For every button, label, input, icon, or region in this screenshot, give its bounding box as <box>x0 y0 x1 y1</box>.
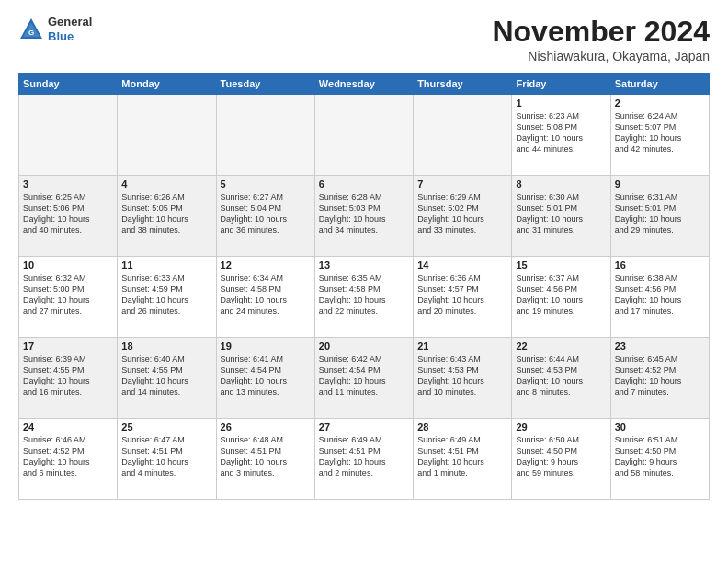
cell-text: Sunrise: 6:38 AM Sunset: 4:56 PM Dayligh… <box>615 272 705 317</box>
day-number: 27 <box>319 421 409 432</box>
svg-text:G: G <box>28 29 34 37</box>
calendar-week-row: 3Sunrise: 6:25 AM Sunset: 5:06 PM Daylig… <box>19 176 710 257</box>
calendar-cell <box>118 95 216 176</box>
calendar-cell: 5Sunrise: 6:27 AM Sunset: 5:04 PM Daylig… <box>216 176 314 257</box>
calendar-cell: 10Sunrise: 6:32 AM Sunset: 5:00 PM Dayli… <box>19 257 118 338</box>
calendar-cell: 18Sunrise: 6:40 AM Sunset: 4:55 PM Dayli… <box>118 338 216 419</box>
day-number: 20 <box>319 340 409 351</box>
cell-text: Sunrise: 6:51 AM Sunset: 4:50 PM Dayligh… <box>615 434 705 479</box>
calendar-cell: 25Sunrise: 6:47 AM Sunset: 4:51 PM Dayli… <box>118 419 216 500</box>
calendar-cell: 24Sunrise: 6:46 AM Sunset: 4:52 PM Dayli… <box>19 419 118 500</box>
cell-text: Sunrise: 6:36 AM Sunset: 4:57 PM Dayligh… <box>417 272 507 317</box>
day-number: 19 <box>221 340 311 351</box>
calendar-cell: 4Sunrise: 6:26 AM Sunset: 5:05 PM Daylig… <box>118 176 216 257</box>
day-number: 5 <box>221 178 311 190</box>
day-number: 17 <box>23 340 113 351</box>
calendar-cell: 2Sunrise: 6:24 AM Sunset: 5:07 PM Daylig… <box>610 95 709 176</box>
cell-text: Sunrise: 6:28 AM Sunset: 5:03 PM Dayligh… <box>319 191 409 236</box>
cell-text: Sunrise: 6:43 AM Sunset: 4:53 PM Dayligh… <box>417 353 507 398</box>
cell-text: Sunrise: 6:49 AM Sunset: 4:51 PM Dayligh… <box>319 434 409 479</box>
calendar-cell: 8Sunrise: 6:30 AM Sunset: 5:01 PM Daylig… <box>512 176 610 257</box>
calendar-cell <box>314 95 413 176</box>
calendar: SundayMondayTuesdayWednesdayThursdayFrid… <box>18 73 710 500</box>
calendar-cell: 15Sunrise: 6:37 AM Sunset: 4:56 PM Dayli… <box>512 257 610 338</box>
calendar-cell: 21Sunrise: 6:43 AM Sunset: 4:53 PM Dayli… <box>414 338 512 419</box>
day-number: 28 <box>417 421 507 432</box>
cell-text: Sunrise: 6:39 AM Sunset: 4:55 PM Dayligh… <box>23 353 113 398</box>
weekday-header: Friday <box>512 74 610 95</box>
title-block: November 2024 Nishiawakura, Okayama, Jap… <box>492 15 710 63</box>
cell-text: Sunrise: 6:27 AM Sunset: 5:04 PM Dayligh… <box>221 191 311 236</box>
weekday-header: Sunday <box>19 74 118 95</box>
cell-text: Sunrise: 6:35 AM Sunset: 4:58 PM Dayligh… <box>319 272 409 317</box>
day-number: 30 <box>615 421 705 432</box>
day-number: 10 <box>23 259 113 270</box>
cell-text: Sunrise: 6:42 AM Sunset: 4:54 PM Dayligh… <box>319 353 409 398</box>
cell-text: Sunrise: 6:24 AM Sunset: 5:07 PM Dayligh… <box>615 110 705 155</box>
calendar-week-row: 1Sunrise: 6:23 AM Sunset: 5:08 PM Daylig… <box>19 95 710 176</box>
calendar-cell: 30Sunrise: 6:51 AM Sunset: 4:50 PM Dayli… <box>610 419 709 500</box>
calendar-cell: 11Sunrise: 6:33 AM Sunset: 4:59 PM Dayli… <box>118 257 216 338</box>
calendar-cell: 6Sunrise: 6:28 AM Sunset: 5:03 PM Daylig… <box>314 176 413 257</box>
cell-text: Sunrise: 6:44 AM Sunset: 4:53 PM Dayligh… <box>516 353 606 398</box>
calendar-week-row: 17Sunrise: 6:39 AM Sunset: 4:55 PM Dayli… <box>19 338 710 419</box>
cell-text: Sunrise: 6:33 AM Sunset: 4:59 PM Dayligh… <box>121 272 211 317</box>
day-number: 7 <box>417 178 507 190</box>
logo: G General Blue <box>18 15 92 43</box>
calendar-cell: 13Sunrise: 6:35 AM Sunset: 4:58 PM Dayli… <box>314 257 413 338</box>
day-number: 24 <box>23 421 113 432</box>
day-number: 1 <box>516 98 606 109</box>
day-number: 2 <box>615 98 705 109</box>
cell-text: Sunrise: 6:48 AM Sunset: 4:51 PM Dayligh… <box>221 434 311 479</box>
day-number: 13 <box>319 259 409 270</box>
calendar-cell: 22Sunrise: 6:44 AM Sunset: 4:53 PM Dayli… <box>512 338 610 419</box>
cell-text: Sunrise: 6:25 AM Sunset: 5:06 PM Dayligh… <box>23 191 113 236</box>
day-number: 21 <box>417 340 507 351</box>
calendar-cell <box>414 95 512 176</box>
day-number: 3 <box>23 178 113 190</box>
cell-text: Sunrise: 6:50 AM Sunset: 4:50 PM Dayligh… <box>516 434 606 479</box>
calendar-header-row: SundayMondayTuesdayWednesdayThursdayFrid… <box>19 74 710 95</box>
month-title: November 2024 <box>492 15 710 49</box>
day-number: 18 <box>121 340 211 351</box>
weekday-header: Thursday <box>414 74 512 95</box>
weekday-header: Monday <box>118 74 216 95</box>
cell-text: Sunrise: 6:32 AM Sunset: 5:00 PM Dayligh… <box>23 272 113 317</box>
calendar-cell <box>19 95 118 176</box>
calendar-cell: 17Sunrise: 6:39 AM Sunset: 4:55 PM Dayli… <box>19 338 118 419</box>
weekday-header: Wednesday <box>314 74 413 95</box>
day-number: 12 <box>221 259 311 270</box>
calendar-cell: 23Sunrise: 6:45 AM Sunset: 4:52 PM Dayli… <box>610 338 709 419</box>
calendar-week-row: 10Sunrise: 6:32 AM Sunset: 5:00 PM Dayli… <box>19 257 710 338</box>
cell-text: Sunrise: 6:37 AM Sunset: 4:56 PM Dayligh… <box>516 272 606 317</box>
weekday-header: Tuesday <box>216 74 314 95</box>
calendar-cell: 20Sunrise: 6:42 AM Sunset: 4:54 PM Dayli… <box>314 338 413 419</box>
calendar-cell: 3Sunrise: 6:25 AM Sunset: 5:06 PM Daylig… <box>19 176 118 257</box>
day-number: 23 <box>615 340 705 351</box>
calendar-cell: 26Sunrise: 6:48 AM Sunset: 4:51 PM Dayli… <box>216 419 314 500</box>
logo-text: General Blue <box>48 15 92 43</box>
location: Nishiawakura, Okayama, Japan <box>492 49 710 63</box>
day-number: 16 <box>615 259 705 270</box>
calendar-cell: 28Sunrise: 6:49 AM Sunset: 4:51 PM Dayli… <box>414 419 512 500</box>
cell-text: Sunrise: 6:26 AM Sunset: 5:05 PM Dayligh… <box>121 191 211 236</box>
page: G General Blue November 2024 Nishiawakur… <box>0 0 728 563</box>
day-number: 8 <box>516 178 606 190</box>
day-number: 25 <box>121 421 211 432</box>
day-number: 4 <box>121 178 211 190</box>
calendar-cell: 9Sunrise: 6:31 AM Sunset: 5:01 PM Daylig… <box>610 176 709 257</box>
cell-text: Sunrise: 6:23 AM Sunset: 5:08 PM Dayligh… <box>516 110 606 155</box>
calendar-cell: 19Sunrise: 6:41 AM Sunset: 4:54 PM Dayli… <box>216 338 314 419</box>
day-number: 14 <box>417 259 507 270</box>
cell-text: Sunrise: 6:41 AM Sunset: 4:54 PM Dayligh… <box>221 353 311 398</box>
calendar-cell: 29Sunrise: 6:50 AM Sunset: 4:50 PM Dayli… <box>512 419 610 500</box>
day-number: 9 <box>615 178 705 190</box>
calendar-cell <box>216 95 314 176</box>
logo-icon: G <box>18 17 44 42</box>
calendar-cell: 12Sunrise: 6:34 AM Sunset: 4:58 PM Dayli… <box>216 257 314 338</box>
calendar-cell: 1Sunrise: 6:23 AM Sunset: 5:08 PM Daylig… <box>512 95 610 176</box>
calendar-week-row: 24Sunrise: 6:46 AM Sunset: 4:52 PM Dayli… <box>19 419 710 500</box>
cell-text: Sunrise: 6:34 AM Sunset: 4:58 PM Dayligh… <box>221 272 311 317</box>
weekday-header: Saturday <box>610 74 709 95</box>
day-number: 22 <box>516 340 606 351</box>
